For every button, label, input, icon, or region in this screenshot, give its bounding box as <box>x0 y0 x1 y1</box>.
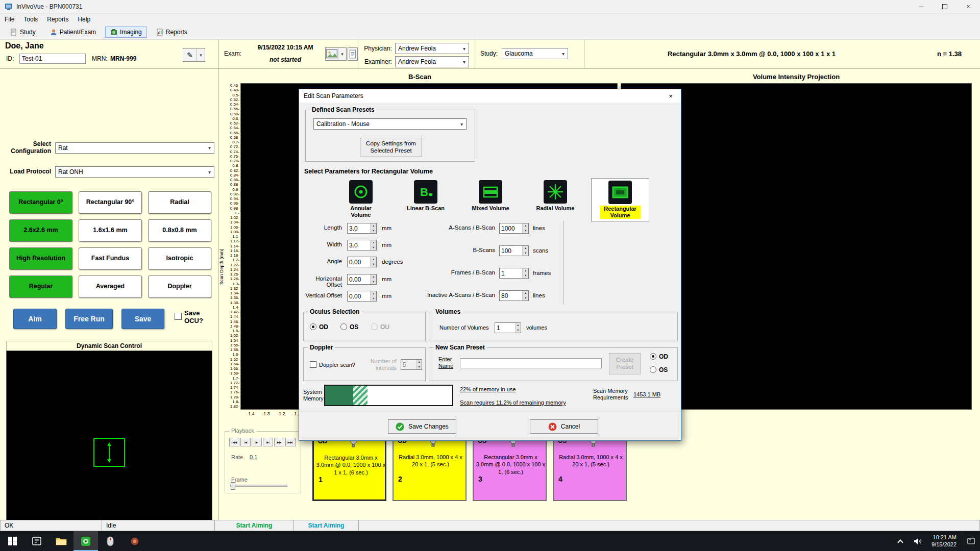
spin-up-icon[interactable]: ▲ <box>523 268 528 273</box>
new-preset-os-radio[interactable] <box>650 366 656 373</box>
frames-per-bscan-value[interactable] <box>500 268 522 278</box>
size-0p8mm-button[interactable]: 0.8x0.8 mm <box>148 219 211 242</box>
spin-up-icon[interactable]: ▲ <box>523 291 528 296</box>
tab-reports[interactable]: Reports <box>151 27 192 38</box>
frames-per-bscan-input[interactable]: ▲▼ <box>499 268 529 279</box>
spin-up-icon[interactable]: ▲ <box>523 223 528 229</box>
file-explorer-button[interactable] <box>49 531 74 551</box>
od-radio[interactable] <box>310 323 316 330</box>
size-1p6mm-button[interactable]: 1.6x1.6 mm <box>79 219 142 242</box>
spin-down-icon[interactable]: ▼ <box>523 273 528 279</box>
memory-in-use-link[interactable]: 22% of memory in use <box>460 386 516 392</box>
status-start-aiming-od[interactable]: Start Aiming <box>215 520 294 531</box>
menu-reports[interactable]: Reports <box>42 16 73 23</box>
patient-id-input[interactable] <box>19 54 86 64</box>
free-run-button[interactable]: Free Run <box>65 309 113 329</box>
save-ocu-checkbox[interactable] <box>175 313 182 320</box>
spin-down-icon[interactable]: ▼ <box>523 251 528 256</box>
chevron-down-icon[interactable]: ▾ <box>197 49 205 61</box>
inactive-ascans-input[interactable]: ▲▼ <box>499 290 529 301</box>
scan-type-radial-volume[interactable]: Radial Volume <box>526 178 584 221</box>
playback-ff-button[interactable]: ▶▶ <box>274 438 284 446</box>
radial-button[interactable]: Radial <box>148 191 211 214</box>
dialog-titlebar[interactable]: Edit Scan Parameters × <box>299 89 681 103</box>
rectangular-0-button[interactable]: Rectangular 0° <box>9 191 72 214</box>
new-preset-od-radio[interactable] <box>650 353 656 360</box>
reader-app-button[interactable] <box>24 531 49 551</box>
frame-slider[interactable] <box>230 485 287 487</box>
edit-patient-button[interactable]: ✎ ▾ <box>183 48 205 62</box>
tab-patient-exam[interactable]: Patient/Exam <box>45 27 101 38</box>
spin-down-icon[interactable]: ▼ <box>523 296 528 301</box>
isotropic-button[interactable]: Isotropic <box>148 247 211 270</box>
examiner-select[interactable]: Andrew Feola ▾ <box>395 56 469 67</box>
exam-photo-button[interactable]: ▾ <box>325 47 347 61</box>
menu-file[interactable]: File <box>0 16 19 23</box>
number-of-volumes-input[interactable]: ▲▼ <box>495 322 521 333</box>
bscans-value[interactable] <box>500 246 522 256</box>
menu-help[interactable]: Help <box>73 16 95 23</box>
menu-tools[interactable]: Tools <box>19 16 42 23</box>
invivovue-taskbar-button[interactable] <box>74 531 98 551</box>
physician-select[interactable]: Andrew Feola ▾ <box>395 43 469 54</box>
close-button[interactable]: × <box>957 0 980 13</box>
study-select[interactable]: Glaucoma ▾ <box>502 48 568 59</box>
maximize-button[interactable] <box>933 0 957 13</box>
protocol-select[interactable]: Rat ONH ▾ <box>55 166 214 178</box>
save-scan-button[interactable]: Save <box>121 309 164 329</box>
doppler-scan-checkbox[interactable] <box>310 361 316 368</box>
spin-up-icon[interactable]: ▲ <box>371 257 376 262</box>
bscans-input[interactable]: ▲▼ <box>499 245 529 256</box>
tab-study[interactable]: Study <box>5 27 41 38</box>
new-preset-od-option[interactable]: OD <box>650 353 668 360</box>
tray-chevron-up-icon[interactable] <box>892 531 909 551</box>
playback-play-button[interactable]: ▶ <box>252 438 262 446</box>
utility-app-button[interactable] <box>122 531 147 551</box>
os-radio[interactable] <box>340 323 347 330</box>
taskbar-clock[interactable]: 10:21 AM 9/15/2022 <box>926 534 962 548</box>
spin-down-icon[interactable]: ▼ <box>516 328 521 333</box>
inactive-ascans-value[interactable] <box>500 291 522 300</box>
playback-next-button[interactable]: ▶| <box>263 438 273 446</box>
tab-imaging[interactable]: Imaging <box>105 27 147 38</box>
notification-center-button[interactable] <box>962 531 980 551</box>
preset-name-input[interactable] <box>460 358 602 368</box>
os-option[interactable]: OS <box>340 323 358 331</box>
mouse-app-button[interactable] <box>98 531 122 551</box>
playback-last-button[interactable]: ▶▶| <box>285 438 296 446</box>
scan-type-linear-bscan[interactable]: B Linear B-Scan <box>397 178 455 221</box>
save-changes-button[interactable]: Save Changes <box>388 419 456 434</box>
status-start-aiming-os[interactable]: Start Aiming <box>294 520 359 531</box>
size-2p6mm-button[interactable]: 2.6x2.6 mm <box>9 219 72 242</box>
exam-notes-button[interactable] <box>348 47 358 61</box>
angle-value[interactable] <box>348 257 370 267</box>
scan-preset-select[interactable]: Calibration - Mouse ▾ <box>313 118 467 130</box>
scan-card-3[interactable]: OS Rectangular 3.0mm x 3.0mm @ 0.0, 1000… <box>473 434 547 501</box>
doppler-mode-button[interactable]: Doppler <box>148 276 211 298</box>
playback-first-button[interactable]: |◀◀ <box>229 438 239 446</box>
chevron-down-icon[interactable]: ▾ <box>338 48 346 60</box>
scan-type-annular-volume[interactable]: Annular Volume <box>332 178 390 221</box>
frame-slider-thumb[interactable] <box>231 482 235 490</box>
playback-prev-button[interactable]: |◀ <box>240 438 251 446</box>
spin-down-icon[interactable]: ▼ <box>371 280 376 285</box>
ascans-per-bscan-value[interactable] <box>500 223 522 233</box>
scan-memory-requirements-value[interactable]: 1453.1 MB <box>633 391 660 397</box>
averaged-button[interactable]: Averaged <box>79 276 142 298</box>
ascans-per-bscan-input[interactable]: ▲▼ <box>499 223 529 234</box>
spin-down-icon[interactable]: ▼ <box>371 262 376 267</box>
regular-button[interactable]: Regular <box>9 276 72 298</box>
fast-fundus-button[interactable]: Fast Fundus <box>79 247 142 270</box>
copy-settings-button[interactable]: Copy Settings from Selected Preset <box>360 138 422 157</box>
rectangular-90-button[interactable]: Rectangular 90° <box>79 191 142 214</box>
dialog-close-button[interactable]: × <box>660 89 681 103</box>
scan-card-1[interactable]: OD Rectangular 3.0mm x 3.0mm @ 0.0, 1000… <box>312 434 386 501</box>
spin-up-icon[interactable]: ▲ <box>516 323 521 328</box>
volume-icon[interactable] <box>909 531 926 551</box>
high-resolution-button[interactable]: High Resolution <box>9 247 72 270</box>
od-option[interactable]: OD <box>310 323 328 331</box>
spin-down-icon[interactable]: ▼ <box>523 229 528 234</box>
scan-card-2[interactable]: OD Radial 3.0mm, 1000 x 4 x 20 x 1, (5 s… <box>393 434 467 501</box>
scan-region-indicator[interactable] <box>91 436 128 470</box>
minimize-button[interactable] <box>910 0 933 13</box>
